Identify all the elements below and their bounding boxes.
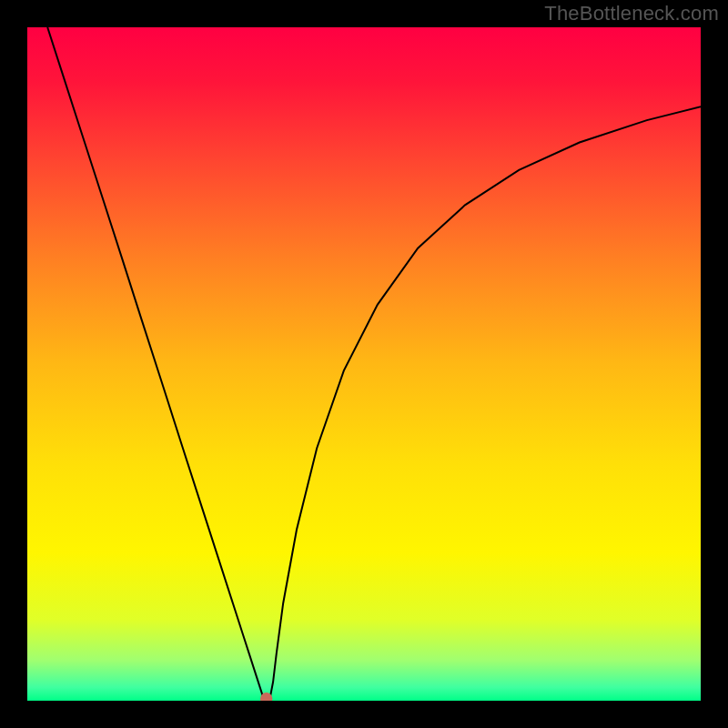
gradient-background xyxy=(27,27,701,701)
plot-area xyxy=(27,27,701,701)
chart-svg xyxy=(27,27,701,701)
chart-container: TheBottleneck.com xyxy=(0,0,728,728)
watermark-text: TheBottleneck.com xyxy=(544,2,719,25)
